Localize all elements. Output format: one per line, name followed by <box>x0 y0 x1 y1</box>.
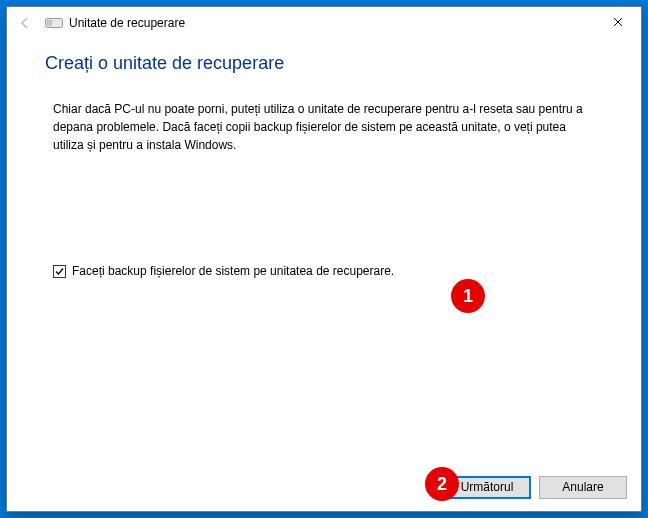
backup-checkbox[interactable] <box>53 265 66 278</box>
footer: Următorul Anulare <box>7 463 641 511</box>
svg-rect-1 <box>48 21 52 26</box>
backup-checkbox-label: Faceți backup fișierelor de sistem pe un… <box>72 264 394 278</box>
drive-icon <box>45 17 63 29</box>
window-title: Unitate de recuperare <box>69 16 185 30</box>
close-button[interactable] <box>595 7 641 37</box>
content-area: Creați o unitate de recuperare Chiar dac… <box>7 39 641 463</box>
cancel-button[interactable]: Anulare <box>539 476 627 499</box>
back-button[interactable] <box>13 11 37 35</box>
page-heading: Creați o unitate de recuperare <box>45 53 603 74</box>
titlebar: Unitate de recuperare <box>7 7 641 39</box>
recovery-drive-wizard-window: Unitate de recuperare Creați o unitate d… <box>6 6 642 512</box>
backup-checkbox-row[interactable]: Faceți backup fișierelor de sistem pe un… <box>53 264 603 278</box>
description-text: Chiar dacă PC-ul nu poate porni, puteți … <box>53 100 583 154</box>
next-button[interactable]: Următorul <box>443 476 531 499</box>
